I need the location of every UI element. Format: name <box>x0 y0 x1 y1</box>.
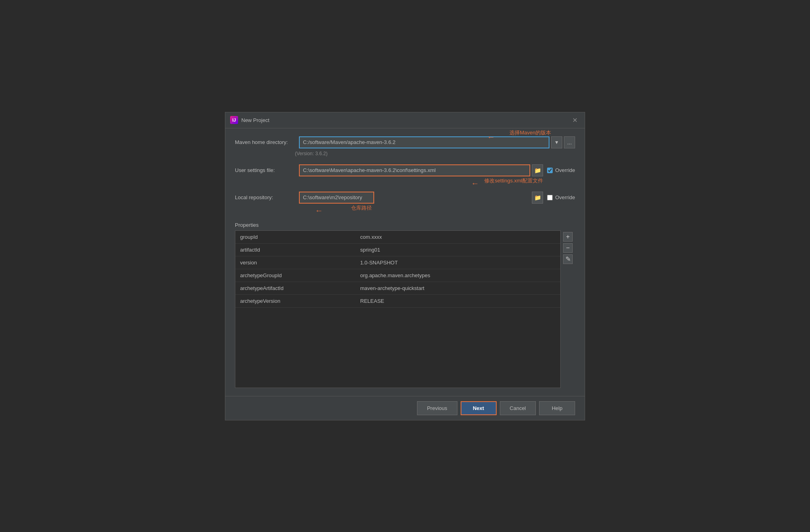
user-settings-row: User settings file: 📁 Override <box>235 164 575 176</box>
edit-property-button[interactable]: ✎ <box>563 254 573 264</box>
remove-property-button[interactable]: − <box>563 243 573 253</box>
dialog-title: New Project <box>241 117 567 123</box>
user-settings-label: User settings file: <box>235 167 295 173</box>
maven-version: (Version: 3.6.2) <box>295 151 575 156</box>
user-settings-annotation-arrow: ← <box>471 179 479 188</box>
user-settings-group: User settings file: 📁 Override 修改setting… <box>235 164 575 176</box>
user-settings-override-label: Override <box>555 167 575 173</box>
local-repo-browse-button[interactable]: 📁 <box>532 192 543 204</box>
dialog-footer: Previous Next Cancel Help <box>225 396 585 420</box>
maven-home-group: Maven home directory: ▼ ... 选择Maven的版本 ← <box>235 136 575 148</box>
maven-home-input[interactable] <box>299 136 549 148</box>
app-icon: IJ <box>230 116 238 124</box>
props-actions-sidebar: + − ✎ <box>561 230 575 388</box>
maven-home-row: Maven home directory: ▼ ... <box>235 136 575 148</box>
maven-annotation: 选择Maven的版本 <box>509 129 551 136</box>
table-row[interactable]: archetypeVersion RELEASE <box>235 295 560 308</box>
table-row[interactable]: artifactId spring01 <box>235 244 560 256</box>
props-empty-area <box>235 308 560 388</box>
prop-key-artifactid: artifactId <box>235 244 355 256</box>
maven-home-browse-button[interactable]: ... <box>564 136 575 148</box>
local-repo-input[interactable] <box>299 192 374 204</box>
user-settings-browse-button[interactable]: 📁 <box>532 164 543 176</box>
prop-value-artifactid: spring01 <box>355 244 560 256</box>
local-repo-row: Local repository: 📁 Override <box>235 192 575 204</box>
local-repo-annotation-arrow: ← <box>315 206 323 215</box>
user-settings-annotation: 修改settings.xml配置文件 <box>484 177 543 184</box>
maven-home-dropdown-button[interactable]: ▼ <box>551 136 562 148</box>
local-repo-group: Local repository: 📁 Override 仓库路径 ← <box>235 192 575 204</box>
local-repo-annotation: 仓库路径 <box>351 204 372 212</box>
properties-title: Properties <box>235 222 575 228</box>
add-property-button[interactable]: + <box>563 232 573 242</box>
dialog-content: Maven home directory: ▼ ... 选择Maven的版本 ←… <box>225 128 585 396</box>
user-settings-override-checkbox[interactable] <box>547 168 553 173</box>
local-repo-override-label: Override <box>555 194 575 200</box>
prop-value-archetypeversion: RELEASE <box>355 295 560 307</box>
prop-key-groupid: groupId <box>235 231 355 243</box>
prop-value-groupid: com.xxxx <box>355 231 560 243</box>
local-repo-override-group: Override <box>547 194 575 200</box>
prop-key-archetypegroupid: archetypeGroupId <box>235 269 355 282</box>
previous-button[interactable]: Previous <box>417 401 457 415</box>
table-row[interactable]: version 1.0-SNAPSHOT <box>235 256 560 269</box>
new-project-dialog: IJ New Project ✕ Maven home directory: ▼… <box>225 112 585 420</box>
local-repo-label: Local repository: <box>235 194 295 200</box>
titlebar: IJ New Project ✕ <box>225 112 585 128</box>
user-settings-input[interactable] <box>299 164 530 176</box>
local-repo-input-group: 📁 <box>299 192 543 204</box>
properties-table: groupId com.xxxx artifactId spring01 ver… <box>235 230 561 388</box>
table-row[interactable]: groupId com.xxxx <box>235 231 560 244</box>
maven-home-label: Maven home directory: <box>235 139 295 145</box>
prop-value-version: 1.0-SNAPSHOT <box>355 256 560 269</box>
close-button[interactable]: ✕ <box>570 116 580 125</box>
prop-key-archetypeartifactid: archetypeArtifactId <box>235 282 355 294</box>
local-repo-override-checkbox[interactable] <box>547 195 553 200</box>
help-button[interactable]: Help <box>539 401 575 415</box>
prop-key-archetypeversion: archetypeVersion <box>235 295 355 307</box>
table-row[interactable]: archetypeArtifactId maven-archetype-quic… <box>235 282 560 295</box>
prop-value-archetypeartifactid: maven-archetype-quickstart <box>355 282 560 294</box>
prop-key-version: version <box>235 256 355 269</box>
properties-section: Properties groupId com.xxxx artifactId s… <box>235 222 575 388</box>
maven-home-input-group: ▼ ... <box>299 136 575 148</box>
table-row[interactable]: archetypeGroupId org.apache.maven.archet… <box>235 269 560 282</box>
cancel-button[interactable]: Cancel <box>500 401 536 415</box>
user-settings-input-group: 📁 <box>299 164 543 176</box>
next-button[interactable]: Next <box>461 401 497 415</box>
properties-container: groupId com.xxxx artifactId spring01 ver… <box>235 230 575 388</box>
prop-value-archetypegroupid: org.apache.maven.archetypes <box>355 269 560 282</box>
user-settings-override-group: Override <box>547 167 575 173</box>
